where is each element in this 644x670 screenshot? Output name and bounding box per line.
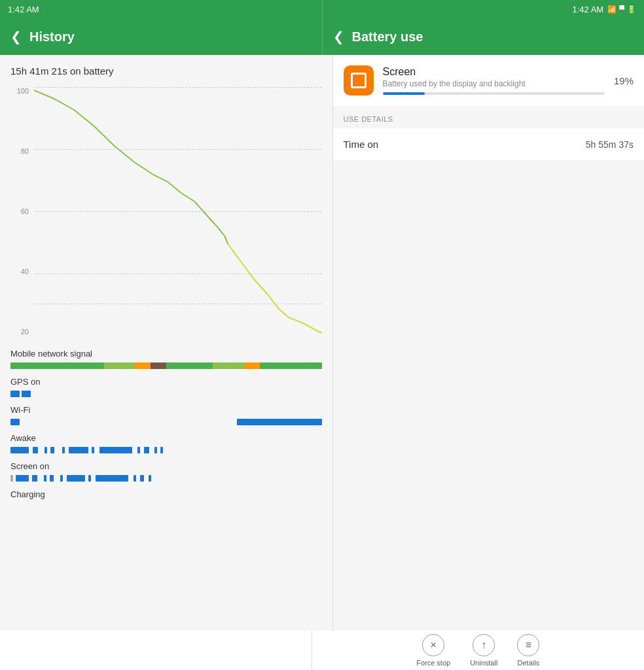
- right-header: ❮ Battery use: [323, 18, 645, 55]
- battery-icon: 🔋: [627, 5, 636, 14]
- battery-chart: 100 80 60 40 20: [10, 87, 322, 336]
- battery-progress-bar: [383, 92, 605, 95]
- force-stop-action[interactable]: × Force stop: [416, 634, 450, 667]
- signal-icon: ▀: [619, 5, 624, 13]
- awake-bar: [69, 447, 88, 453]
- wifi-section: Wi-Fi: [10, 405, 322, 433]
- left-panel: 15h 41m 21s on battery 100 80 60 40 20: [0, 55, 333, 631]
- right-panel: Screen Battery used by the display and b…: [333, 55, 645, 631]
- chart-label-60: 60: [21, 207, 29, 215]
- details-label: Details: [518, 659, 540, 667]
- right-title: Battery use: [352, 29, 423, 44]
- chart-label-80: 80: [21, 147, 29, 155]
- awake-bar: [10, 447, 29, 453]
- awake-section: Awake: [10, 433, 322, 461]
- screen-icon: [351, 73, 367, 88]
- battery-percent: 19%: [614, 75, 634, 86]
- mobile-network-section: Mobile network signal: [10, 349, 322, 377]
- screen-bar: [67, 475, 85, 482]
- uninstall-action[interactable]: ↑ Uninstall: [470, 634, 497, 667]
- screen-on-label: Screen on: [10, 461, 322, 471]
- status-bar: 1:42 AM 1:42 AM 📶 ▀ 🔋: [0, 0, 644, 18]
- back-arrow-right[interactable]: ❮: [333, 29, 344, 44]
- time-left: 1:42 AM: [8, 5, 39, 14]
- force-stop-icon[interactable]: ×: [422, 634, 444, 656]
- awake-bar: [50, 447, 54, 453]
- awake-bar: [45, 447, 47, 453]
- chart-svg-area: [34, 87, 322, 336]
- screen-bar: [140, 475, 144, 482]
- time-row: Time on 5h 55m 37s: [344, 139, 634, 150]
- wifi-bars: [10, 419, 322, 425]
- battery-progress-fill: [383, 92, 425, 95]
- awake-label: Awake: [10, 433, 322, 443]
- bottom-bar-left: [0, 631, 312, 670]
- gridline-20: [34, 304, 322, 304]
- gps-bar-1: [10, 391, 20, 397]
- screen-bar: [32, 475, 37, 482]
- awake-bars: [10, 447, 322, 453]
- battery-duration: 15h 41m 21s on battery: [10, 65, 322, 77]
- awake-bar: [33, 447, 38, 453]
- wifi-bar-late: [237, 419, 322, 425]
- uninstall-label: Uninstall: [470, 659, 497, 667]
- battery-item-name: Screen: [383, 66, 605, 78]
- mobile-network-bar: [10, 362, 322, 369]
- status-icons-right: 📶 ▀ 🔋: [607, 5, 636, 14]
- use-details-card: Time on 5h 55m 37s: [333, 128, 645, 160]
- use-details-header: USE DETAILS: [333, 106, 645, 128]
- battery-item-desc: Battery used by the display and backligh…: [383, 79, 605, 88]
- details-icon[interactable]: ≡: [517, 634, 539, 656]
- mobile-network-label: Mobile network signal: [10, 349, 322, 359]
- screen-bar: [149, 475, 151, 482]
- bottom-bar-right: × Force stop ↑ Uninstall ≡ Details: [312, 631, 645, 670]
- gridline-60: [34, 211, 322, 212]
- awake-bar: [62, 447, 65, 453]
- gridline-80: [34, 149, 322, 150]
- awake-bar: [154, 447, 157, 453]
- battery-item: Screen Battery used by the display and b…: [344, 65, 634, 96]
- gps-label: GPS on: [10, 377, 322, 387]
- uninstall-icon[interactable]: ↑: [473, 634, 495, 656]
- awake-bar: [144, 447, 149, 453]
- chart-label-20: 20: [21, 328, 29, 336]
- wifi-icon: 📶: [607, 5, 617, 14]
- force-stop-label: Force stop: [416, 659, 450, 667]
- battery-info: Screen Battery used by the display and b…: [383, 66, 605, 95]
- status-bar-left: 1:42 AM: [0, 0, 323, 18]
- mobile-network-bar-container: [10, 362, 322, 369]
- time-value: 5h 55m 37s: [586, 139, 634, 150]
- screen-on-bars: [10, 475, 322, 482]
- left-header: ❮ History: [0, 18, 323, 55]
- wifi-label: Wi-Fi: [10, 405, 322, 415]
- gridline-40: [34, 273, 322, 274]
- gps-bar-2: [22, 391, 31, 397]
- awake-bar: [99, 447, 132, 453]
- screen-bar: [88, 475, 91, 482]
- screen-bar: [60, 475, 63, 482]
- wifi-bar-early: [10, 419, 20, 425]
- gps-section: GPS on: [10, 377, 322, 405]
- charging-section: Charging: [10, 489, 322, 511]
- charging-label: Charging: [10, 489, 322, 499]
- header-row: ❮ History ❮ Battery use: [0, 18, 644, 55]
- screen-bar: [10, 475, 13, 482]
- bottom-bar: × Force stop ↑ Uninstall ≡ Details: [0, 631, 644, 670]
- screen-bar: [50, 475, 54, 482]
- awake-bar: [137, 447, 140, 453]
- details-action[interactable]: ≡ Details: [517, 634, 539, 667]
- battery-card: Screen Battery used by the display and b…: [333, 55, 645, 106]
- chart-label-100: 100: [17, 87, 29, 95]
- screen-icon-box: [344, 65, 374, 96]
- back-arrow-left[interactable]: ❮: [10, 29, 22, 44]
- chart-label-40: 40: [21, 268, 29, 275]
- content-row: 15h 41m 21s on battery 100 80 60 40 20: [0, 55, 644, 631]
- screen-bar: [44, 475, 46, 482]
- time-right: 1:42 AM: [573, 5, 604, 14]
- gridline-100: [34, 87, 322, 88]
- screen-bar: [134, 475, 136, 482]
- time-label: Time on: [344, 139, 379, 150]
- status-bar-right: 1:42 AM 📶 ▀ 🔋: [323, 0, 645, 18]
- left-title: History: [29, 29, 75, 44]
- screen-bar: [96, 475, 128, 482]
